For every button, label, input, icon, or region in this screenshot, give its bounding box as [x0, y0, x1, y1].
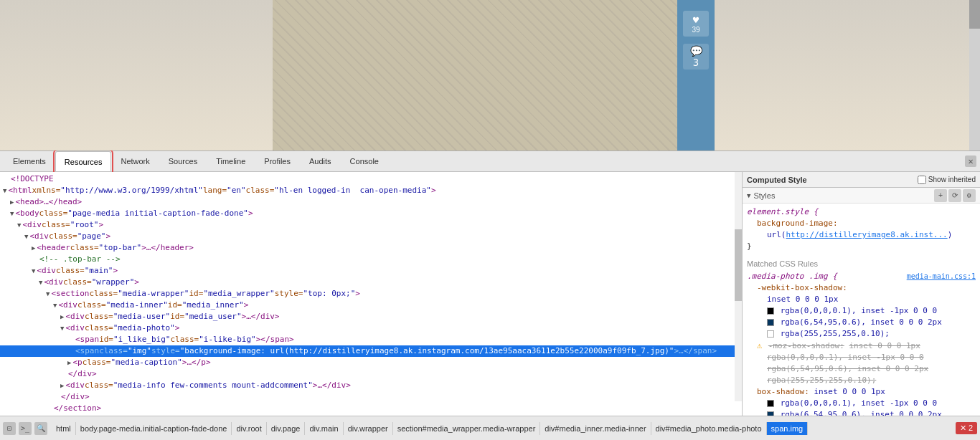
comment-count: 3	[693, 57, 699, 68]
element-style-selector: element.style {	[747, 206, 976, 218]
css-rules-content: element.style { background-image: url(ht…	[743, 204, 980, 416]
html-line: </section>	[0, 403, 742, 414]
bc-html[interactable]: html	[52, 422, 76, 435]
photo-area	[273, 0, 696, 150]
html-panel-scrollbar[interactable]	[735, 172, 742, 401]
status-icons: ⊡ >_ 🔍	[3, 422, 47, 435]
tab-timeline[interactable]: Timeline	[207, 151, 255, 171]
tab-console[interactable]: Console	[341, 151, 388, 171]
element-style-rule: element.style { background-image: url(ht…	[747, 206, 976, 252]
comment-button[interactable]: 💬 3	[683, 44, 709, 70]
tab-profiles[interactable]: Profiles	[255, 151, 300, 171]
tab-audits[interactable]: Audits	[300, 151, 341, 171]
bc-wrapper[interactable]: div.wrapper	[344, 422, 393, 435]
media-photo-selector-line: .media-photo .img { media-main.css:1	[747, 271, 976, 282]
tab-resources[interactable]: Resources	[55, 151, 112, 171]
element-style-close: }	[747, 241, 976, 252]
status-bar: ⊡ >_ 🔍 html body.page-media.initial-capt…	[0, 416, 980, 440]
page-scrollbar[interactable]	[969, 0, 980, 150]
breadcrumb: html body.page-media.initial-caption-fad…	[52, 422, 953, 435]
styles-label: Styles	[753, 191, 775, 200]
error-count-badge[interactable]: ✕ 2	[956, 422, 977, 434]
html-line: ▼ <div class="wrapper" >	[0, 277, 742, 288]
css-panel: Computed Style Show inherited ▼ Styles +…	[743, 172, 980, 416]
html-line: </div>	[0, 391, 742, 403]
search-button[interactable]: 🔍	[34, 422, 47, 435]
show-inherited-checkbox[interactable]	[918, 176, 926, 184]
bc-root[interactable]: div.root	[232, 422, 266, 435]
html-line: ▼ <div class="media-photo" >	[0, 322, 742, 334]
css-panel-header: Computed Style Show inherited	[743, 172, 980, 188]
devtools-close-button[interactable]: ✕	[965, 156, 976, 167]
bc-media-photo[interactable]: div#media_photo.media-photo	[651, 422, 767, 435]
matched-css-header: Matched CSS Rules	[747, 255, 976, 271]
html-line: ▼ <div class="main" >	[0, 265, 742, 277]
webkit-box-shadow-prop: -webkit-box-shadow:	[747, 282, 976, 294]
webkit-box-shadow-val2: rgba(0,0,0,0.1), inset -1px 0 0 0	[747, 305, 976, 317]
css-add-rule-button[interactable]: +	[934, 189, 947, 202]
heart-icon: ♥	[693, 14, 699, 26]
color-swatch-1	[767, 307, 774, 315]
html-tree: <!DOCTYPE ▼ <html xmlns="http://www.w3.o…	[0, 172, 742, 416]
element-style-prop: background-image:	[747, 218, 976, 229]
color-swatch-4	[767, 400, 774, 407]
html-panel: <!DOCTYPE ▼ <html xmlns="http://www.w3.o…	[0, 172, 743, 416]
show-inherited-label: Show inherited	[928, 176, 976, 183]
html-line: ▼ <html xmlns="http://www.w3.org/1999/xh…	[0, 185, 742, 196]
status-right: ✕ 2	[956, 422, 977, 434]
color-swatch-3	[767, 330, 774, 338]
tab-sources[interactable]: Sources	[159, 151, 207, 171]
box-shadow-val2: rgba(6,54,95,0.6), inset 0 0 0 2px	[747, 409, 976, 416]
html-line: ▼ <div class="page" >	[0, 231, 742, 242]
css-toolbar-icons: + ⟳ ⚙	[934, 189, 976, 202]
tab-elements[interactable]: Elements	[4, 151, 55, 171]
html-line: ▶ <header class="top-bar" >…</header>	[0, 242, 742, 254]
show-inherited-container: Show inherited	[918, 176, 976, 184]
html-line: ▼ <div class="media-inner" id="media_inn…	[0, 300, 742, 311]
html-line: ▶ <div class="media-user" id="media_user…	[0, 311, 742, 322]
html-line-selected[interactable]: <span class="img" style="background-imag…	[0, 345, 742, 357]
bc-body[interactable]: body.page-media.initial-caption-fade-don…	[76, 422, 232, 435]
webpage-preview: ♥ 39 💬 3	[0, 0, 980, 150]
webkit-box-shadow-val3: rgba(6,54,95,0.6), inset 0 0 0 2px	[747, 317, 976, 328]
heart-button[interactable]: ♥ 39	[683, 11, 709, 37]
html-line: </div>	[0, 368, 742, 380]
bc-media-inner[interactable]: div#media_inner.media-inner	[540, 422, 651, 435]
html-line: ▶ <div class="media-info few-comments mo…	[0, 380, 742, 391]
moz-val2: rgba(6,54,95,0.6), inset 0 0 0 2px	[747, 363, 976, 375]
box-shadow-val1: rgba(0,0,0,0.1), inset -1px 0 0 0	[747, 398, 976, 409]
css-toolbar: ▼ Styles + ⟳ ⚙	[743, 188, 980, 204]
html-line: <!DOCTYPE	[0, 173, 742, 185]
css-settings-button[interactable]: ⚙	[963, 189, 976, 202]
inspect-button[interactable]: ⊡	[3, 422, 16, 435]
bc-page[interactable]: div.page	[267, 422, 306, 435]
moz-val1: rgba(0,0,0,0.1), inset -1px 0 0 0	[747, 352, 976, 363]
styles-triangle[interactable]: ▼	[747, 192, 750, 199]
action-sidebar: ♥ 39 💬 3	[677, 0, 715, 150]
color-swatch-2	[767, 319, 774, 326]
bc-main[interactable]: div.main	[305, 422, 343, 435]
html-line: ▶ <p class="media-caption" >…</p>	[0, 357, 742, 368]
box-shadow-prop: box-shadow: inset 0 0 0 1px	[747, 386, 976, 398]
color-swatch-5	[767, 411, 774, 416]
moz-val3: rgba(255,255,255,0.10);	[747, 375, 976, 386]
bc-section[interactable]: section#media_wrapper.media-wrapper	[393, 422, 541, 435]
html-line: <!-- .top-bar -->	[0, 254, 742, 265]
html-line: <span id="i_like_big" class="i-like-big"…	[0, 334, 742, 345]
bc-span-img[interactable]: span.img	[767, 422, 809, 435]
html-scrollbar-thumb[interactable]	[735, 229, 742, 301]
media-photo-rule: .media-photo .img { media-main.css:1 -we…	[747, 271, 976, 416]
html-line: ▶ <head>…</head>	[0, 196, 742, 208]
devtools-main: <!DOCTYPE ▼ <html xmlns="http://www.w3.o…	[0, 172, 980, 416]
devtools-toolbar: Elements Resources Network Sources Timel…	[0, 150, 980, 172]
warning-icon: ⚠	[757, 340, 762, 350]
css-refresh-button[interactable]: ⟳	[948, 189, 961, 202]
comment-icon: 💬	[690, 45, 702, 57]
scrollbar-thumb[interactable]	[969, 0, 980, 29]
console-button[interactable]: >_	[19, 422, 32, 435]
element-style-value: url(http://distilleryimage8.ak.inst...)	[747, 229, 976, 241]
tab-network[interactable]: Network	[111, 151, 159, 171]
webkit-box-shadow-val1: inset 0 0 0 1px	[747, 294, 976, 305]
html-line: ▼ <section class="media-wrapper" id="med…	[0, 288, 742, 300]
moz-box-shadow-line: ⚠ -moz-box-shadow: inset 0 0 0 1px	[747, 340, 976, 352]
